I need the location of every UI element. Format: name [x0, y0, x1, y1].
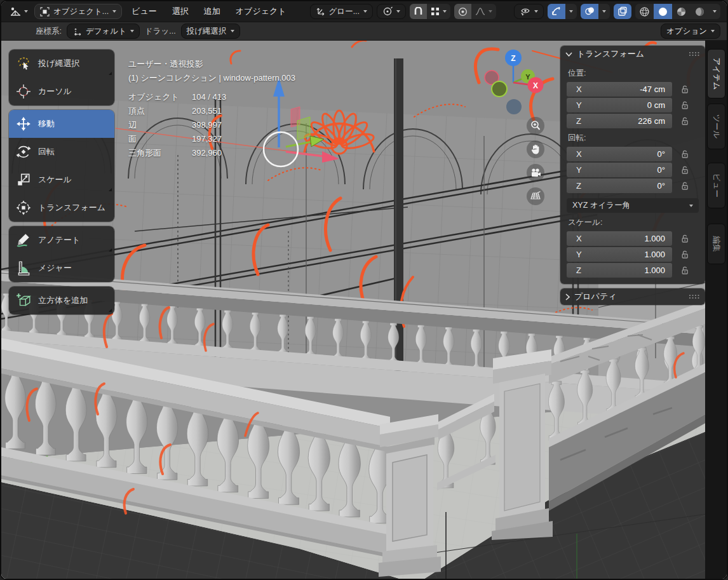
stat-label: 面	[128, 132, 192, 146]
tool-lasso-select[interactable]: 投げ縄選択	[9, 50, 114, 78]
collection-breadcrumb: (1) シーンコレクション | window-pattern.003	[128, 71, 295, 85]
stat-value: 203,551	[192, 106, 222, 116]
tool-rotate[interactable]: 回転	[9, 138, 114, 166]
tab-edit[interactable]: 編集	[707, 224, 725, 264]
scale-z-field[interactable]: Z1.000	[567, 263, 672, 278]
lock-icon[interactable]	[680, 266, 690, 275]
tool-label: スケール	[38, 174, 72, 185]
pivot-point-dropdown[interactable]	[377, 4, 406, 19]
shading-rendered-button[interactable]	[691, 4, 709, 19]
lock-icon[interactable]	[680, 84, 690, 94]
tool-cursor[interactable]: カーソル	[9, 78, 114, 105]
tool-annotate[interactable]: アノテート	[9, 226, 114, 254]
shading-material-button[interactable]	[672, 4, 691, 19]
menu-view[interactable]: ビュー	[126, 4, 163, 19]
pan-button[interactable]	[527, 140, 544, 158]
location-z-field[interactable]: Z226 cm	[567, 114, 672, 128]
shading-wireframe-button[interactable]	[635, 4, 654, 19]
tool-move[interactable]: 移動	[9, 110, 114, 138]
3d-viewport[interactable]: 投げ縄選択 カーソル 移動	[1, 41, 728, 580]
lock-icon[interactable]	[680, 149, 690, 159]
axis-minus-z-ball[interactable]	[506, 99, 522, 114]
view-name: ユーザー・透視投影	[128, 57, 295, 71]
lock-icon[interactable]	[680, 100, 690, 110]
location-y-field[interactable]: Y0 cm	[567, 98, 672, 112]
snap-target-button[interactable]	[427, 4, 450, 19]
tool-add-cube[interactable]: 立方体を追加	[9, 287, 114, 314]
shading-solid-button[interactable]	[654, 4, 672, 19]
coord-system-dropdown[interactable]: デフォルト	[67, 24, 140, 39]
field-value: 1.000	[644, 234, 665, 243]
shading-group	[635, 4, 720, 19]
camera-view-button[interactable]	[527, 164, 544, 182]
transform-orientation-dropdown[interactable]: グロー...	[310, 4, 374, 19]
snap-toggle-button[interactable]	[410, 4, 427, 19]
gizmo-plane-handle-y[interactable]	[297, 117, 310, 140]
tool-measure[interactable]: メジャー	[9, 254, 114, 282]
gizmo-dropdown[interactable]	[565, 4, 577, 19]
rotation-x-field[interactable]: X0°	[567, 147, 672, 161]
menu-object[interactable]: オブジェクト	[230, 4, 292, 19]
drag-label: ドラッ...	[145, 26, 176, 37]
properties-panel-header[interactable]: プロパティ	[560, 288, 705, 305]
gizmo-icon	[551, 6, 562, 17]
rotation-z-field[interactable]: Z0°	[567, 179, 672, 193]
stat-tris: 三角形面392,960	[128, 146, 295, 160]
mode-selector[interactable]: オブジェクト...	[34, 4, 122, 19]
falloff-dropdown[interactable]	[471, 4, 496, 19]
scale-y-field[interactable]: Y1.000	[567, 247, 672, 262]
overlays-dropdown[interactable]	[598, 4, 610, 19]
field-value: 0°	[657, 149, 665, 159]
viewport-info-overlay: ユーザー・透視投影 (1) シーンコレクション | window-pattern…	[128, 57, 295, 160]
chevron-down-icon	[130, 30, 134, 32]
navigation-gizmo[interactable]: Z Y X	[478, 47, 548, 117]
axis-label: Y	[576, 165, 582, 175]
add-cube-icon	[9, 293, 38, 308]
stat-label: 頂点	[128, 104, 192, 118]
rotation-mode-dropdown[interactable]: XYZ オイラー角	[567, 198, 699, 213]
tab-view[interactable]: ビュー	[707, 163, 725, 208]
tool-label: 回転	[38, 146, 55, 158]
options-dropdown[interactable]: オプション	[661, 24, 720, 39]
scale-x-field[interactable]: X1.000	[567, 231, 672, 246]
perspective-toggle-button[interactable]	[527, 187, 544, 205]
panel-title: プロパティ	[574, 291, 617, 302]
lock-icon[interactable]	[680, 234, 690, 243]
chevron-down-icon	[534, 10, 538, 13]
stat-label: 三角形面	[128, 146, 192, 160]
tool-scale[interactable]: スケール	[9, 166, 114, 194]
location-x-field[interactable]: X-47 cm	[567, 82, 672, 97]
shading-dropdown[interactable]	[709, 4, 720, 19]
menu-add[interactable]: 追加	[198, 4, 226, 19]
transform-panel-header[interactable]: トランスフォーム	[560, 46, 705, 62]
axis-minus-y-ball[interactable]	[492, 81, 507, 97]
show-gizmo-button[interactable]	[548, 4, 565, 19]
axis-label: Z	[576, 266, 581, 275]
lock-icon[interactable]	[680, 181, 690, 191]
chevron-down-icon	[443, 10, 447, 13]
show-overlays-button[interactable]	[581, 4, 598, 19]
lock-icon[interactable]	[680, 165, 690, 175]
lock-icon[interactable]	[680, 116, 690, 126]
snap-grid-icon	[431, 7, 440, 16]
drag-mode-dropdown[interactable]: 投げ縄選択	[181, 24, 240, 39]
zoom-button[interactable]	[527, 117, 544, 135]
editor-type-icon	[10, 7, 21, 17]
overlays-group	[581, 4, 610, 19]
rotation-y-field[interactable]: Y0°	[567, 163, 672, 177]
show-object-types-dropdown[interactable]	[514, 4, 544, 19]
blender-window: オブジェクト... ビュー 選択 追加 オブジェクト グロー...	[0, 0, 728, 580]
location-z-row: Z226 cm	[567, 114, 699, 128]
drag-grip-icon[interactable]	[689, 294, 700, 299]
tool-transform[interactable]: トランスフォーム	[9, 194, 114, 222]
xray-toggle-button[interactable]	[614, 4, 631, 19]
lock-icon[interactable]	[680, 250, 690, 259]
editor-type-button[interactable]	[8, 4, 30, 19]
drag-grip-icon[interactable]	[689, 51, 700, 57]
tool-shelf: 投げ縄選択 カーソル 移動	[9, 50, 114, 319]
tab-tool[interactable]: ツール	[707, 104, 725, 149]
menu-select[interactable]: 選択	[166, 4, 194, 19]
proportional-edit-button[interactable]	[454, 4, 471, 19]
tab-item[interactable]: アイテム	[707, 49, 725, 98]
axis-label: X	[576, 149, 582, 159]
